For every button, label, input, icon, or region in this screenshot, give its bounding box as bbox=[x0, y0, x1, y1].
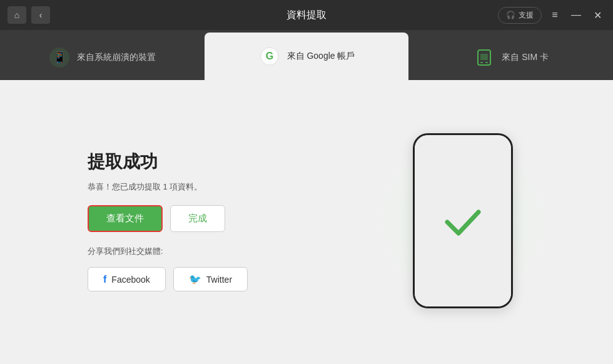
support-button[interactable]: 🎧 支援 bbox=[498, 7, 542, 24]
page-title: 資料提取 bbox=[286, 9, 327, 22]
menu-icon: ≡ bbox=[552, 9, 557, 21]
headphone-icon: 🎧 bbox=[506, 11, 515, 19]
share-label: 分享我們到社交媒體: bbox=[88, 246, 363, 257]
view-file-button[interactable]: 查看文件 bbox=[88, 205, 163, 232]
close-icon: ✕ bbox=[594, 9, 602, 21]
right-section bbox=[363, 133, 563, 308]
success-title: 提取成功 bbox=[88, 150, 363, 174]
phone-screen bbox=[415, 135, 511, 306]
tab-crashed[interactable]: 📱 來自系統崩潰的裝置 bbox=[0, 35, 205, 80]
svg-text:G: G bbox=[265, 51, 273, 61]
tab-crashed-label: 來自系統崩潰的裝置 bbox=[77, 52, 156, 63]
crashed-device-icon: 📱 bbox=[48, 46, 71, 69]
menu-button[interactable]: ≡ bbox=[547, 7, 563, 23]
facebook-button[interactable]: f Facebook bbox=[88, 267, 166, 291]
action-buttons: 查看文件 完成 bbox=[88, 205, 363, 232]
main-content: 提取成功 恭喜！您已成功提取 1 項資料。 查看文件 完成 分享我們到社交媒體:… bbox=[0, 78, 613, 364]
twitter-label: Twitter bbox=[206, 275, 232, 285]
tab-sim[interactable]: 來自 SIM 卡 bbox=[408, 35, 613, 80]
tab-google-label: 來自 Google 帳戶 bbox=[287, 51, 355, 62]
facebook-label: Facebook bbox=[111, 275, 149, 285]
facebook-icon: f bbox=[103, 274, 106, 285]
title-bar-right: 🎧 支援 ≡ — ✕ bbox=[498, 7, 605, 24]
twitter-button[interactable]: 🐦 Twitter bbox=[173, 267, 248, 291]
title-bar: ⌂ ‹ 資料提取 🎧 支援 ≡ — ✕ bbox=[0, 0, 613, 30]
title-bar-left: ⌂ ‹ bbox=[8, 6, 50, 24]
svg-text:📱: 📱 bbox=[53, 51, 67, 64]
minimize-icon: — bbox=[571, 9, 581, 21]
social-buttons: f Facebook 🐦 Twitter bbox=[88, 267, 363, 291]
back-button[interactable]: ‹ bbox=[31, 6, 50, 24]
phone-frame bbox=[413, 133, 513, 308]
twitter-icon: 🐦 bbox=[189, 273, 201, 285]
left-section: 提取成功 恭喜！您已成功提取 1 項資料。 查看文件 完成 分享我們到社交媒體:… bbox=[50, 150, 363, 291]
google-icon: G bbox=[258, 45, 281, 68]
tab-google[interactable]: G 來自 Google 帳戶 bbox=[205, 33, 409, 80]
done-button[interactable]: 完成 bbox=[170, 205, 225, 232]
sim-icon bbox=[473, 46, 495, 69]
home-icon: ⌂ bbox=[14, 10, 19, 20]
minimize-button[interactable]: — bbox=[568, 7, 584, 23]
close-button[interactable]: ✕ bbox=[589, 7, 605, 23]
success-checkmark bbox=[438, 196, 488, 246]
svg-rect-5 bbox=[480, 54, 488, 60]
success-description: 恭喜！您已成功提取 1 項資料。 bbox=[88, 181, 363, 193]
back-icon: ‹ bbox=[39, 10, 43, 20]
home-button[interactable]: ⌂ bbox=[8, 6, 26, 24]
tab-sim-label: 來自 SIM 卡 bbox=[502, 52, 549, 63]
tab-bar: 📱 來自系統崩潰的裝置 G 來自 Google 帳戶 來自 SIM 卡 bbox=[0, 30, 613, 80]
